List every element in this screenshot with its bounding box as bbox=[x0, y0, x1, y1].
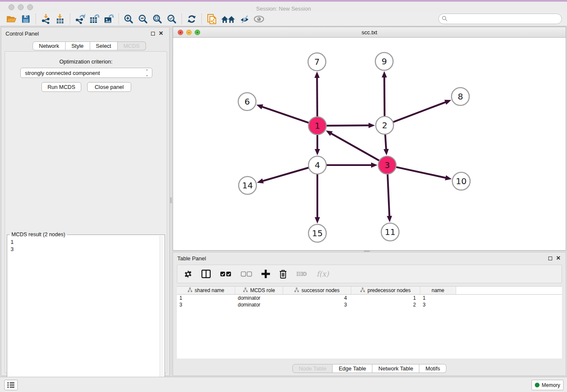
zoom-out-icon bbox=[138, 14, 148, 24]
graph-node-label: 3 bbox=[385, 160, 390, 170]
graph-edge-1-2[interactable] bbox=[326, 125, 370, 126]
graph-edge-2-9[interactable] bbox=[384, 76, 385, 116]
graph-edge-arrowhead bbox=[314, 72, 319, 78]
delete-table-icon[interactable] bbox=[296, 271, 307, 277]
tab-edge-table[interactable]: Edge Table bbox=[333, 364, 372, 373]
search-field[interactable] bbox=[438, 14, 562, 24]
zoom-out-button[interactable] bbox=[136, 13, 150, 25]
save-icon bbox=[21, 14, 30, 24]
criterion-dropdown[interactable]: strongly connected component ⌃⌄ bbox=[20, 68, 152, 78]
column-header-successor-nodes[interactable]: successor nodes bbox=[283, 287, 351, 294]
search-input[interactable] bbox=[438, 14, 562, 24]
show-graphics-details-button[interactable] bbox=[252, 13, 266, 25]
graph-edge-1-6[interactable] bbox=[261, 106, 309, 123]
tab-style[interactable]: Style bbox=[66, 41, 90, 50]
graph-edge-3-11[interactable] bbox=[388, 174, 390, 217]
table-cell[interactable]: 1 bbox=[420, 295, 456, 301]
zoom-selected-button[interactable] bbox=[165, 13, 179, 25]
refresh-view-button[interactable] bbox=[184, 13, 199, 25]
column-type-icon bbox=[243, 287, 248, 294]
table-cell[interactable]: 1 bbox=[177, 295, 235, 301]
graph-node-label: 8 bbox=[458, 91, 463, 102]
home-layout-button[interactable] bbox=[219, 13, 237, 25]
add-column-icon[interactable] bbox=[261, 270, 270, 278]
function-builder-icon[interactable]: f(x) bbox=[317, 270, 329, 278]
zoom-in-button[interactable] bbox=[121, 13, 136, 25]
column-header-label: successor nodes bbox=[301, 287, 339, 293]
vertical-splitter-handle[interactable] bbox=[170, 197, 172, 203]
graph-edge-arrowhead bbox=[315, 217, 320, 224]
import-network-button[interactable] bbox=[39, 13, 53, 25]
column-layout-icon[interactable] bbox=[201, 270, 211, 278]
table-cell[interactable]: 3 bbox=[283, 301, 351, 308]
column-header-predecessor-nodes[interactable]: predecessor nodes bbox=[351, 287, 420, 294]
close-panel-icon[interactable]: ✕ bbox=[159, 30, 163, 36]
close-panel-button[interactable]: Close panel bbox=[87, 82, 131, 92]
table-settings-gear-icon[interactable] bbox=[184, 270, 192, 278]
column-header-MCDS-role[interactable]: MCDS role bbox=[235, 287, 283, 294]
copy-network-button[interactable] bbox=[204, 13, 219, 25]
result-scrollbar[interactable] bbox=[160, 236, 164, 391]
table-cell[interactable]: 2 bbox=[351, 301, 420, 308]
tab-network[interactable]: Network bbox=[33, 41, 66, 50]
import-table-icon bbox=[55, 14, 65, 24]
column-header-shared-name[interactable]: shared name bbox=[177, 287, 235, 294]
deselect-all-columns-icon[interactable] bbox=[241, 271, 252, 277]
table-cell[interactable]: 3 bbox=[420, 301, 456, 308]
column-header-label: predecessor nodes bbox=[367, 287, 410, 293]
import-table-button[interactable] bbox=[53, 13, 67, 25]
network-graph: 1234678910111415 bbox=[173, 38, 566, 250]
zoom-fit-button[interactable] bbox=[150, 13, 165, 25]
delete-column-trash-icon[interactable] bbox=[279, 270, 287, 279]
import-network-icon bbox=[41, 14, 51, 24]
graph-edge-3-1[interactable] bbox=[330, 133, 379, 161]
run-mcds-button[interactable]: Run MCDS bbox=[41, 82, 81, 92]
task-history-button[interactable] bbox=[4, 380, 18, 390]
toolbar-separator bbox=[118, 14, 119, 25]
table-cell[interactable]: dominator bbox=[235, 301, 283, 308]
float-table-panel-icon[interactable] bbox=[548, 257, 552, 260]
mcds-result-box: MCDS result (2 nodes) 13 bbox=[7, 235, 165, 392]
table-cell[interactable]: dominator bbox=[235, 295, 283, 301]
hide-graphics-details-button[interactable] bbox=[237, 13, 252, 25]
graph-node-label: 15 bbox=[312, 228, 322, 238]
table-header-row: shared nameMCDS rolesuccessor nodesprede… bbox=[177, 287, 562, 295]
export-image-button[interactable] bbox=[102, 13, 116, 25]
graph-node-label: 4 bbox=[315, 160, 320, 170]
table-cell[interactable]: 3 bbox=[177, 301, 235, 308]
column-header-name[interactable]: name bbox=[420, 287, 456, 294]
tab-select[interactable]: Select bbox=[90, 41, 118, 50]
save-session-button[interactable] bbox=[19, 13, 33, 25]
graph-edge-1-7[interactable] bbox=[317, 77, 317, 117]
zoom-fit-icon bbox=[152, 14, 162, 24]
graph-edge-2-3[interactable] bbox=[385, 134, 386, 150]
export-table-button[interactable] bbox=[87, 13, 102, 25]
graph-edge-3-10[interactable] bbox=[396, 167, 447, 178]
table-row[interactable]: 1dominator411 bbox=[177, 295, 562, 301]
graph-edge-arrowhead bbox=[445, 175, 452, 180]
tab-node-table[interactable]: Node Table bbox=[292, 364, 333, 373]
table-cell[interactable]: 4 bbox=[283, 295, 351, 301]
graph-edge-arrowhead bbox=[257, 178, 264, 183]
close-table-panel-icon[interactable]: ✕ bbox=[556, 255, 561, 261]
table-cell[interactable]: 1 bbox=[351, 295, 420, 301]
tab-mcds[interactable]: MCDS bbox=[118, 41, 146, 50]
tab-network-table[interactable]: Network Table bbox=[372, 364, 419, 373]
open-session-button[interactable] bbox=[4, 13, 19, 25]
network-canvas[interactable]: 1234678910111415 bbox=[173, 38, 566, 250]
select-all-columns-icon[interactable] bbox=[220, 271, 231, 277]
column-type-icon bbox=[187, 287, 193, 294]
export-network-button[interactable] bbox=[73, 13, 87, 25]
float-panel-icon[interactable] bbox=[151, 32, 155, 36]
table-body: 1dominator4113dominator323 bbox=[177, 295, 562, 308]
tab-motifs[interactable]: Motifs bbox=[419, 364, 446, 373]
criterion-value: strongly connected component bbox=[25, 70, 100, 76]
graph-edge-4-14[interactable] bbox=[262, 168, 309, 181]
graph-node-label: 6 bbox=[245, 97, 250, 107]
table-row[interactable]: 3dominator323 bbox=[177, 301, 562, 308]
graph-edge-2-8[interactable] bbox=[393, 102, 447, 122]
toolbar-separator bbox=[70, 14, 70, 25]
export-image-icon bbox=[103, 14, 114, 24]
copy-network-icon bbox=[206, 14, 217, 25]
memory-button[interactable]: Memory bbox=[531, 380, 564, 390]
